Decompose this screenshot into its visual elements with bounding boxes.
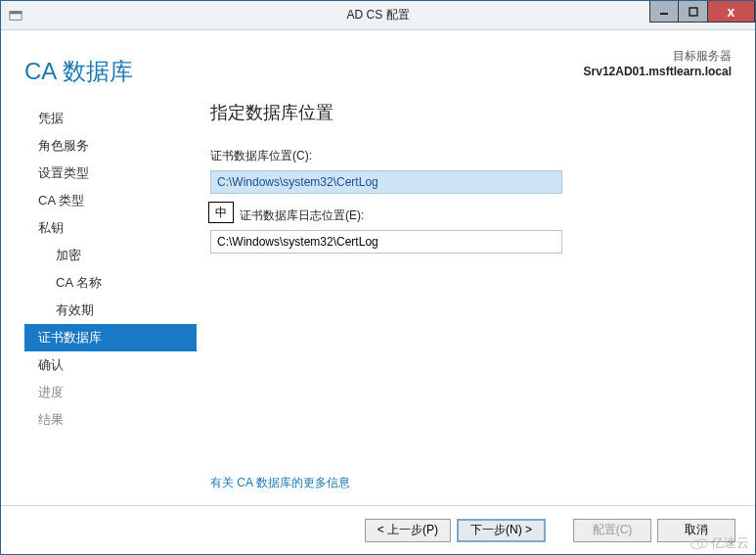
ime-indicator[interactable]: 中 — [208, 202, 234, 223]
sidebar-item-ca-type[interactable]: CA 类型 — [24, 187, 197, 214]
more-info-link[interactable]: 有关 CA 数据库的更多信息 — [210, 476, 350, 489]
footer-buttons: < 上一步(P) 下一步(N) > 配置(C) 取消 — [1, 505, 755, 554]
previous-button[interactable]: < 上一步(P) — [365, 519, 451, 542]
db-location-group: 证书数据库位置(C): — [210, 148, 732, 194]
more-info-row: 有关 CA 数据库的更多信息 — [1, 467, 755, 505]
db-location-label: 证书数据库位置(C): — [210, 148, 732, 164]
watermark: 亿速云 — [689, 534, 749, 552]
target-server-box: 目标服务器 Srv12AD01.msftlearn.local — [584, 48, 732, 87]
log-location-input[interactable] — [210, 230, 562, 254]
page-heading: CA 数据库 — [24, 56, 584, 87]
sidebar-item-results: 结果 — [24, 406, 197, 434]
log-location-group: 中 证书数据库日志位置(E): — [210, 208, 732, 254]
window-title: AD CS 配置 — [346, 7, 409, 23]
wizard-steps-sidebar: 凭据 角色服务 设置类型 CA 类型 私钥 加密 CA 名称 有效期 证书数据库… — [24, 99, 197, 467]
db-location-input[interactable] — [210, 170, 562, 194]
target-server-name: Srv12AD01.msftlearn.local — [584, 65, 732, 78]
next-button[interactable]: 下一步(N) > — [457, 519, 546, 542]
sidebar-item-ca-name[interactable]: CA 名称 — [24, 269, 197, 297]
sidebar-item-validity[interactable]: 有效期 — [24, 297, 197, 324]
sidebar-item-cryptography[interactable]: 加密 — [24, 242, 197, 269]
header-row: CA 数据库 目标服务器 Srv12AD01.msftlearn.local — [1, 30, 755, 87]
sidebar-item-setup-type[interactable]: 设置类型 — [24, 160, 197, 187]
sidebar-item-confirm[interactable]: 确认 — [24, 351, 197, 379]
sidebar-item-credentials[interactable]: 凭据 — [24, 105, 197, 132]
log-location-label: 证书数据库日志位置(E): — [210, 208, 732, 224]
close-button[interactable]: x — [708, 1, 755, 23]
sidebar-item-private-key[interactable]: 私钥 — [24, 214, 197, 242]
watermark-text: 亿速云 — [711, 534, 749, 552]
window-controls: x — [649, 1, 755, 23]
section-title: 指定数据库位置 — [210, 101, 732, 124]
minimize-button[interactable] — [649, 1, 679, 23]
titlebar: AD CS 配置 x — [1, 1, 755, 30]
sidebar-item-cert-database[interactable]: 证书数据库 — [24, 324, 197, 351]
configure-button: 配置(C) — [573, 519, 651, 542]
wizard-window: AD CS 配置 x CA 数据库 目标服务器 Srv12AD01.msftle… — [0, 0, 756, 555]
svg-point-4 — [691, 541, 703, 549]
maximize-button[interactable] — [679, 1, 708, 23]
sidebar-item-role-services[interactable]: 角色服务 — [24, 132, 197, 160]
app-icon — [7, 7, 24, 24]
svg-rect-3 — [689, 8, 697, 16]
main-panel: 指定数据库位置 证书数据库位置(C): 中 证书数据库日志位置(E): — [197, 99, 732, 467]
target-server-label: 目标服务器 — [584, 48, 732, 65]
svg-rect-1 — [10, 11, 22, 14]
sidebar-item-progress: 进度 — [24, 379, 197, 406]
